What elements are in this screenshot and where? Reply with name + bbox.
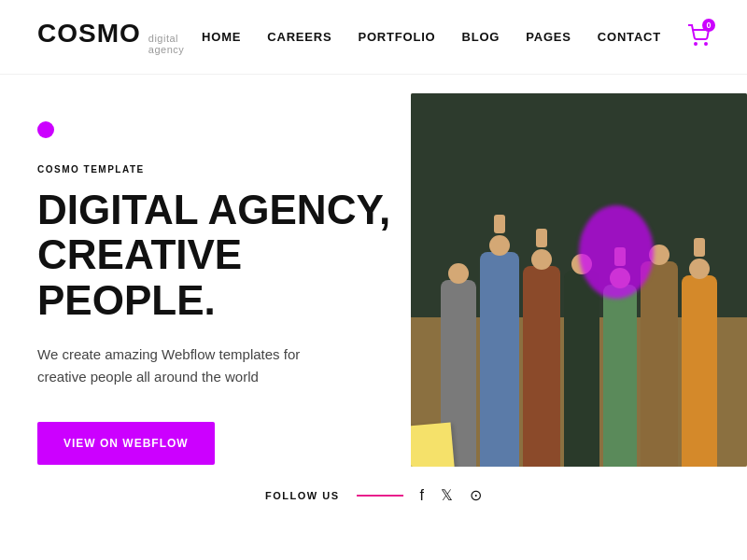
head-2: [489, 235, 510, 256]
social-bar: FOLLOW US f 𝕏 ⊙: [265, 486, 482, 504]
hero-label: COSMO TEMPLATE: [37, 164, 411, 175]
hero-title: DIGITAL AGENCY, CREATIVE PEOPLE.: [37, 188, 411, 323]
cart-button[interactable]: 0: [687, 24, 710, 50]
hero-content: COSMO TEMPLATE DIGITAL AGENCY, CREATIVE …: [37, 75, 411, 465]
facebook-icon[interactable]: f: [420, 487, 424, 504]
person-4: [564, 271, 599, 467]
fist-7: [694, 238, 705, 257]
head-1: [448, 263, 469, 284]
fist-3: [536, 229, 547, 247]
brand-name: COSMO: [37, 19, 141, 49]
hero-title-line1: DIGITAL AGENCY,: [37, 187, 390, 232]
nav-home[interactable]: HOME: [202, 30, 241, 44]
cta-button[interactable]: VIEW ON WEBFLOW: [37, 422, 215, 465]
hero-section: COSMO TEMPLATE DIGITAL AGENCY, CREATIVE …: [0, 75, 747, 532]
svg-point-0: [695, 43, 697, 45]
accent-dot: [37, 121, 54, 138]
cart-count: 0: [702, 19, 715, 32]
person-5: [603, 285, 637, 467]
head-7: [689, 259, 710, 279]
follow-label: FOLLOW US: [265, 490, 340, 501]
main-nav: HOME CAREERS PORTFOLIO BLOG PAGES CONTAC…: [202, 24, 710, 50]
sticky-note: [411, 422, 455, 467]
person-6: [641, 261, 678, 467]
svg-point-1: [705, 43, 707, 45]
person-7: [682, 275, 717, 467]
nav-blog[interactable]: BLOG: [461, 30, 500, 44]
nav-contact[interactable]: CONTACT: [598, 30, 661, 44]
instagram-icon[interactable]: ⊙: [470, 486, 482, 504]
twitter-icon[interactable]: 𝕏: [441, 486, 453, 504]
fist-2: [494, 215, 505, 233]
magenta-blob: [579, 205, 654, 299]
head-3: [531, 249, 552, 270]
follow-line: [357, 495, 403, 497]
hero-subtitle: We create amazing Webflow templates for …: [37, 343, 308, 388]
logo: COSMO digital agency: [37, 19, 202, 55]
team-photo: [411, 93, 747, 467]
brand-tagline: digital agency: [148, 33, 202, 55]
hero-title-line2: CREATIVE PEOPLE.: [37, 231, 242, 322]
person-2: [480, 252, 519, 467]
image-frame: [411, 93, 747, 467]
person-3: [523, 266, 560, 467]
nav-careers[interactable]: CAREERS: [267, 30, 331, 44]
nav-portfolio[interactable]: PORTFOLIO: [358, 30, 435, 44]
people-group: [411, 149, 747, 467]
header: COSMO digital agency HOME CAREERS PORTFO…: [0, 0, 747, 75]
nav-pages[interactable]: PAGES: [526, 30, 571, 44]
hero-image: [392, 75, 747, 485]
